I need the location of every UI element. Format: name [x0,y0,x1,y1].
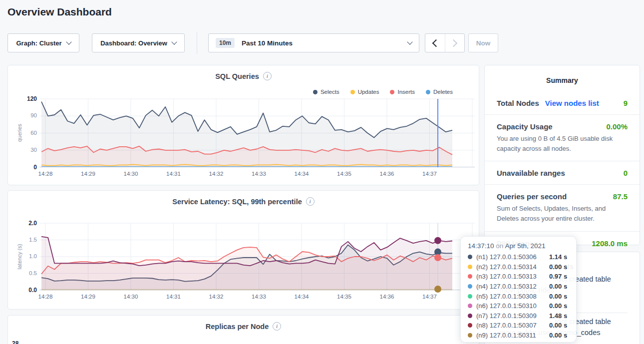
node-address: (n7) 127.0.0.1:50309 [476,312,549,320]
node-latency-value: 0.00 s [549,293,567,300]
sql-queries-panel: SQL Queries i SelectsUpdatesInsertsDelet… [7,65,479,185]
y-tick-label: 0.0 [17,287,37,294]
capacity-usage-label: Capacity Usage [497,122,553,131]
view-nodes-list-link[interactable]: View nodes list [545,99,599,107]
tooltip-node-row: (n6) 127.0.0.1:503100.00 s [468,301,569,311]
legend-item-updates[interactable]: Updates [350,89,379,95]
tooltip-timestamp: 14:37:10 on Apr 5th, 2021 [468,242,569,250]
y-tick-label: 1.5 [17,237,37,243]
x-tick-label: 14:30 [119,171,143,177]
time-step-back-button[interactable] [425,34,445,52]
legend-item-inserts[interactable]: Inserts [390,89,415,95]
node-address: (n1) 127.0.0.1:50306 [476,253,549,261]
tooltip-node-row: (n1) 127.0.0.1:503061.14 s [468,252,569,262]
chevron-right-icon [450,39,458,47]
info-icon[interactable]: i [263,72,272,80]
legend-label: Updates [358,89,379,95]
node-latency-value: 0.00 s [549,283,567,290]
y-tick-label: 0 [17,164,37,171]
node-color-dot [468,333,472,338]
tooltip-node-row: (n4) 127.0.0.1:503120.00 s [468,282,569,292]
node-latency-value: 0.00 s [549,263,567,271]
tooltip-node-row: (n7) 127.0.0.1:503091.48 s [468,311,569,321]
node-address: (n5) 127.0.0.1:50308 [476,293,549,300]
sql-queries-chart-title: SQL Queries [215,72,259,80]
time-range-picker[interactable]: 10m Past 10 Minutes [208,33,419,52]
toolbar-divider [197,32,197,54]
chevron-down-icon [66,39,71,44]
node-latency-value: 1.48 s [549,312,567,320]
now-button[interactable]: Now [468,33,498,52]
p99-latency-value: 1208.0 ms [592,239,628,248]
service-latency-chart[interactable] [39,223,475,290]
summary-title: Summary [485,65,640,84]
x-tick-label: 14:32 [204,171,228,177]
legend-item-deletes[interactable]: Deletes [426,89,453,95]
summary-row-qps: Queries per second 87.5 Sum of Selects, … [485,184,640,231]
replicas-per-node-panel: Replicas per Node i [7,315,479,344]
y-tick-label: 60 [17,130,37,136]
dashboard-dropdown[interactable]: Dashboard: Overview [92,33,185,52]
tooltip-node-row: (n9) 127.0.0.1:503110.00 s [468,331,569,341]
tooltip-node-row: (n3) 127.0.0.1:503130.97 s [468,272,569,282]
x-tick-label: 14:33 [247,294,271,300]
node-color-dot [468,265,472,269]
node-color-dot [468,294,472,299]
time-step-buttons [425,33,465,52]
time-range-badge: 10m [216,38,235,48]
dashboard-dropdown-label: Dashboard: Overview [100,39,167,47]
x-tick-label: 14:30 [119,294,143,300]
legend-dot [390,90,394,94]
summary-panel: Summary Total Nodes View nodes list 9 Ca… [484,65,640,245]
x-tick-label: 14:37 [418,294,442,300]
replicas-y-tick-partial: 28 [12,340,18,344]
sql-queries-legend: SelectsUpdatesInsertsDeletes [313,89,453,95]
chart-hover-tooltip: 14:37:10 on Apr 5th, 2021 (n1) 127.0.0.1… [460,236,577,343]
unavailable-ranges-label: Unavailable ranges [497,169,565,177]
x-tick-label: 14:31 [162,294,186,300]
node-latency-value: 0.00 s [549,332,567,339]
info-icon[interactable]: i [273,322,281,331]
graph-dropdown[interactable]: Graph: Cluster [7,33,79,52]
tooltip-node-row: (n2) 127.0.0.1:503140.00 s [468,262,569,272]
service-latency-panel: Service Latency: SQL, 99th percentile i … [7,190,479,310]
x-tick-label: 14:35 [332,171,356,177]
graph-dropdown-label: Graph: Cluster [16,39,61,47]
node-address: (n8) 127.0.0.1:50307 [476,322,549,329]
qps-note: Sum of Selects, Updates, Inserts, and De… [497,204,628,224]
capacity-usage-value: 0.00% [606,122,628,131]
summary-row-unavailable-ranges: Unavailable ranges 0 [485,161,640,184]
node-address: (n4) 127.0.0.1:50312 [476,283,549,290]
x-tick-label: 14:31 [162,171,186,177]
x-tick-label: 14:34 [290,294,314,300]
node-address: (n2) 127.0.0.1:50314 [476,263,549,271]
x-tick-label: 14:29 [76,294,100,300]
node-color-dot [468,323,472,328]
node-color-dot [468,274,472,279]
node-color-dot [468,314,472,318]
legend-dot [313,90,318,94]
legend-item-selects[interactable]: Selects [313,89,339,95]
legend-label: Inserts [397,89,415,95]
info-icon[interactable]: i [306,197,315,206]
node-latency-value: 0.00 s [549,322,567,329]
x-tick-label: 14:28 [33,171,57,177]
service-latency-chart-title: Service Latency: SQL, 99th percentile [172,198,302,206]
chevron-left-icon [432,39,440,47]
node-latency-value: 0.00 s [549,302,567,310]
page-title: Overview Dashboard [7,6,112,18]
legend-dot [426,90,430,94]
total-nodes-label: Total Nodes [497,99,539,107]
sql-queries-chart[interactable] [39,99,475,167]
node-color-dot [468,284,472,289]
summary-row-capacity: Capacity Usage 0.00% You are using 0 B o… [485,114,640,161]
legend-label: Deletes [433,89,453,95]
node-color-dot [468,304,472,308]
x-tick-label: 14:32 [204,294,228,300]
legend-label: Selects [321,89,339,95]
y-tick-label: 90 [17,112,37,118]
y-tick-label: 1.0 [17,253,37,259]
y-tick-label: 120 [17,95,37,102]
tooltip-node-row: (n5) 127.0.0.1:503080.00 s [468,291,569,301]
time-step-forward-button[interactable] [445,34,465,52]
